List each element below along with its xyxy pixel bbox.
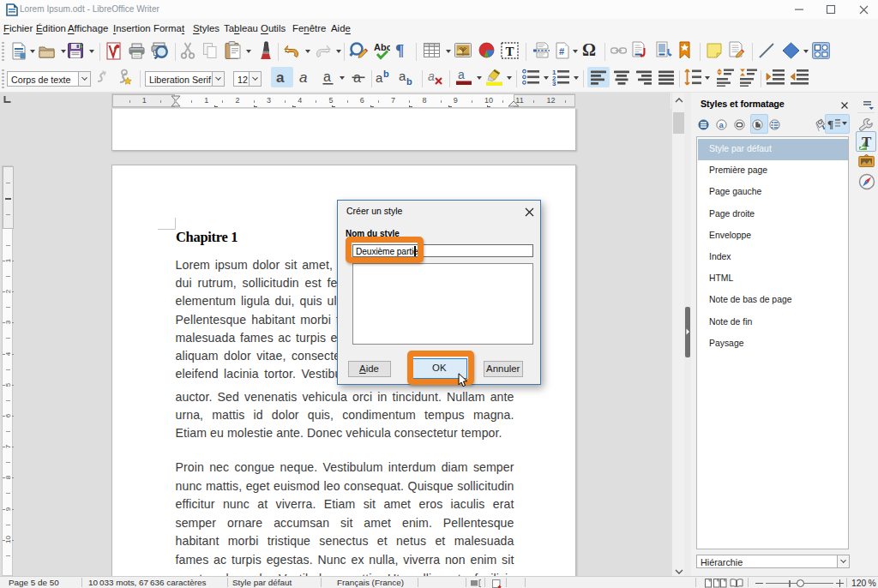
svg-text:#: # [559,46,564,57]
svg-text:a: a [719,119,725,129]
svg-text:3: 3 [552,80,556,86]
svg-text:a: a [428,69,435,83]
svg-text:a: a [323,69,331,84]
svg-text:T: T [506,45,514,58]
svg-text:¶: ¶ [395,42,404,59]
svg-text:a: a [376,70,383,85]
svg-text:b: b [383,69,389,79]
svg-text:a: a [458,68,465,81]
svg-text:Ω: Ω [582,41,596,59]
svg-text:¶: ¶ [827,117,833,130]
svg-text:b: b [406,76,412,86]
svg-text:T: T [862,134,872,150]
svg-text:a: a [276,69,285,86]
svg-text:a: a [299,69,307,86]
svg-text:Abc: Abc [374,42,390,52]
svg-text:a: a [399,69,406,83]
